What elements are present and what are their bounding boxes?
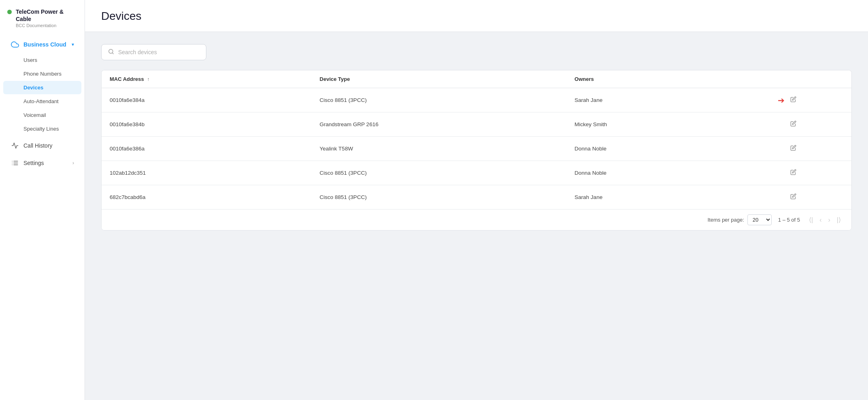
last-page-button[interactable]: |⟩ — [834, 214, 843, 225]
cell-mac: 682c7bcabd6a — [102, 185, 312, 210]
cloud-icon — [11, 40, 19, 49]
sidebar-item-phone-numbers[interactable]: Phone Numbers — [3, 67, 81, 80]
prev-page-button[interactable]: ‹ — [817, 215, 824, 225]
settings-label: Settings — [23, 160, 44, 166]
table-body: 0010fa6e384aCisco 8851 (3PCC)Sarah Jane➔… — [102, 88, 851, 210]
page-info: 1 – 5 of 5 — [778, 217, 800, 223]
chevron-right-icon: › — [72, 160, 74, 166]
cell-owners: Donna Noble — [567, 161, 792, 185]
edit-button[interactable] — [787, 143, 800, 154]
page-content-area: MAC Address ↑ Device Type Owners 0010fa6… — [85, 32, 868, 400]
cell-mac: 0010fa6e384a — [102, 88, 312, 112]
sidebar-item-specialty-lines[interactable]: Specialty Lines — [3, 122, 81, 135]
brand-subtitle: BCC Documentation — [16, 23, 77, 28]
per-page-select[interactable]: 20 10 50 100 — [747, 214, 772, 225]
cell-action — [792, 185, 808, 209]
col-header-action — [792, 70, 851, 88]
business-cloud-label: Business Cloud — [23, 41, 68, 48]
devices-table: MAC Address ↑ Device Type Owners 0010fa6… — [102, 70, 851, 209]
items-per-page-label: Items per page: — [707, 217, 744, 223]
page-navigation: ⟨| ‹ › |⟩ — [806, 214, 843, 225]
cell-owners: Mickey Smith — [567, 112, 792, 137]
sidebar-item-auto-attendant[interactable]: Auto-Attendant — [3, 95, 81, 108]
brand-status-dot — [7, 10, 12, 14]
settings-icon — [11, 159, 19, 167]
pagination-row: Items per page: 20 10 50 100 1 – 5 of 5 … — [102, 209, 851, 230]
brand-section: TeleCom Power & Cable BCC Documentation — [0, 8, 85, 36]
cell-mac: 102ab12dc351 — [102, 161, 312, 185]
sidebar-item-business-cloud[interactable]: Business Cloud ▾ — [3, 36, 81, 53]
cell-action — [792, 161, 808, 185]
table-row: 102ab12dc351Cisco 8851 (3PCC)Donna Noble — [102, 161, 851, 185]
sidebar: TeleCom Power & Cable BCC Documentation … — [0, 0, 85, 400]
page-title: Devices — [101, 10, 852, 23]
cell-action — [792, 112, 808, 136]
edit-button[interactable] — [787, 167, 800, 178]
cell-type: Grandstream GRP 2616 — [312, 112, 567, 137]
items-per-page-control: Items per page: 20 10 50 100 — [707, 214, 771, 225]
search-box[interactable] — [101, 44, 206, 60]
col-header-owners: Owners — [567, 70, 792, 88]
cell-action: ➔ — [792, 88, 808, 112]
table-row: 0010fa6e384aCisco 8851 (3PCC)Sarah Jane➔ — [102, 88, 851, 112]
col-header-mac[interactable]: MAC Address ↑ — [102, 70, 312, 88]
sort-asc-icon: ↑ — [147, 76, 149, 82]
call-history-icon — [11, 141, 19, 150]
business-cloud-subitems: Users Phone Numbers Devices Auto-Attenda… — [0, 53, 85, 135]
search-container — [101, 44, 852, 60]
page-header: Devices — [85, 0, 868, 32]
edit-button[interactable] — [787, 95, 800, 106]
arrow-right-icon: ➔ — [778, 95, 785, 105]
table-row: 682c7bcabd6aCisco 8851 (3PCC)Sarah Jane — [102, 185, 851, 210]
main-nav: Business Cloud ▾ Users Phone Numbers Dev… — [0, 36, 85, 172]
cell-owners: Donna Noble — [567, 137, 792, 161]
sidebar-item-settings[interactable]: Settings › — [3, 154, 81, 171]
cell-type: Cisco 8851 (3PCC) — [312, 161, 567, 185]
cell-owners: Sarah Jane — [567, 88, 792, 112]
sidebar-item-users[interactable]: Users — [3, 53, 81, 67]
edit-button[interactable] — [787, 192, 800, 203]
next-page-button[interactable]: › — [826, 215, 833, 225]
first-page-button[interactable]: ⟨| — [806, 214, 815, 225]
search-icon — [108, 49, 114, 56]
cell-mac: 0010fa6e386a — [102, 137, 312, 161]
chevron-down-icon: ▾ — [72, 42, 74, 47]
call-history-label: Call History — [23, 142, 53, 149]
cell-type: Cisco 8851 (3PCC) — [312, 185, 567, 210]
table-header-row: MAC Address ↑ Device Type Owners — [102, 70, 851, 88]
sidebar-item-devices[interactable]: Devices — [3, 81, 81, 94]
edit-button[interactable] — [787, 119, 800, 130]
devices-table-container: MAC Address ↑ Device Type Owners 0010fa6… — [101, 70, 852, 231]
sidebar-item-voicemail[interactable]: Voicemail — [3, 108, 81, 122]
cell-action — [792, 137, 808, 161]
cell-mac: 0010fa6e384b — [102, 112, 312, 137]
search-input[interactable] — [118, 49, 199, 55]
cell-type: Yealink T58W — [312, 137, 567, 161]
svg-line-7 — [112, 53, 113, 54]
sidebar-item-call-history[interactable]: Call History — [3, 137, 81, 154]
main-content: Devices MAC Address ↑ — [85, 0, 868, 400]
col-header-type: Device Type — [312, 70, 567, 88]
table-row: 0010fa6e386aYealink T58WDonna Noble — [102, 137, 851, 161]
cell-owners: Sarah Jane — [567, 185, 792, 210]
cell-type: Cisco 8851 (3PCC) — [312, 88, 567, 112]
table-row: 0010fa6e384bGrandstream GRP 2616Mickey S… — [102, 112, 851, 137]
brand-name: TeleCom Power & Cable — [16, 8, 77, 23]
